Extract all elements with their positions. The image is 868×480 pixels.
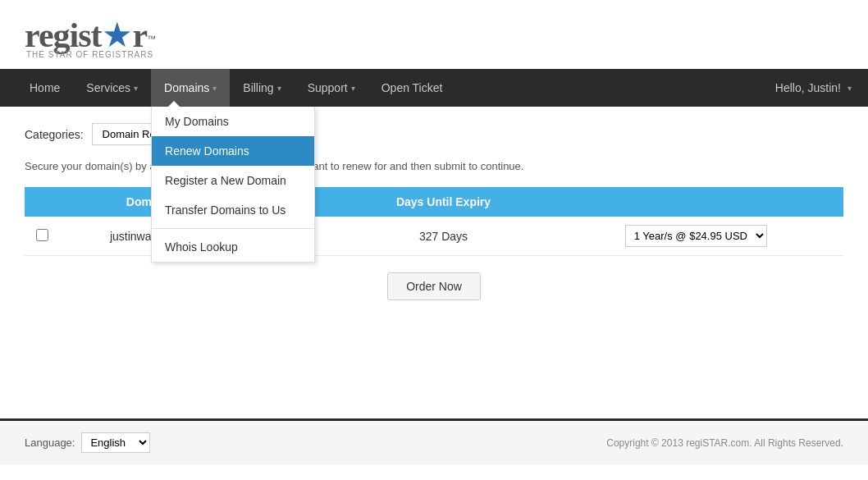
domains-caret-icon: ▾ [212,84,217,93]
nav-support-label: Support [308,81,348,94]
logo-star-icon: ★ [102,16,133,54]
dropdown-arrow [168,101,180,107]
logo[interactable]: regist★r™ [25,15,156,55]
nav-item-open-ticket[interactable]: Open Ticket [368,69,456,107]
nav-item-home[interactable]: Home [16,69,73,107]
info-text: Secure your domain(s) by a choosing how … [25,160,843,172]
table-cell-days: 327 Days [339,217,549,256]
table-header-checkbox [25,187,60,217]
main-content: Categories: Domain Rene Secure your doma… [0,107,868,418]
dropdown-whois-lookup[interactable]: Whois Lookup [152,232,314,262]
categories-label: Categories: [25,128,84,141]
nav-item-services[interactable]: Services ▾ [73,69,151,107]
table-header-renewal [549,187,843,217]
table-row: justinwalker.us Active 327 Days 1 Year/s… [25,217,843,256]
nav-items: Home Services ▾ Domains ▾ My Domains Ren… [16,69,775,107]
domains-dropdown: My Domains Renew Domains Register a New … [151,107,315,263]
footer-copyright: Copyright © 2013 regiSTAR.com. All Right… [606,437,843,449]
table-header-days: Days Until Expiry [339,187,549,217]
nav-home-label: Home [30,81,60,94]
footer-language-label: Language: [25,437,75,449]
user-caret-icon: ▾ [847,84,852,93]
footer-language-select[interactable]: English Español Français Deutsch [81,432,150,453]
dropdown-divider [152,228,314,229]
nav-item-wrapper-domains: Domains ▾ My Domains Renew Domains Regis… [151,69,230,107]
domain-checkbox[interactable] [36,229,48,241]
nav-services-label: Services [86,81,130,94]
domain-table: Domain Status Days Until Expiry justinwa… [25,187,843,256]
categories-row: Categories: Domain Rene [25,123,843,145]
footer: Language: English Español Français Deuts… [0,418,868,464]
renewal-select[interactable]: 1 Year/s @ $24.95 USD [625,225,767,247]
services-caret-icon: ▾ [134,84,138,93]
table-cell-renewal: 1 Year/s @ $24.95 USD [549,217,843,256]
nav-open-ticket-label: Open Ticket [381,81,443,94]
navbar: Home Services ▾ Domains ▾ My Domains Ren… [0,69,868,107]
logo-area: regist★r™ THE STAR OF REGISTRARS [0,0,868,69]
nav-item-support[interactable]: Support ▾ [295,69,368,107]
order-btn-row: Order Now [25,272,843,300]
footer-language-area: Language: English Español Français Deuts… [25,432,150,453]
nav-domains-label: Domains [164,81,209,94]
logo-text-before: regist [25,16,102,54]
order-now-button[interactable]: Order Now [387,272,481,300]
dropdown-transfer-domains[interactable]: Transfer Domains to Us [152,195,314,225]
nav-item-domains[interactable]: Domains ▾ [151,69,230,107]
nav-item-billing[interactable]: Billing ▾ [230,69,294,107]
billing-caret-icon: ▾ [277,84,281,93]
dropdown-register-new-domain[interactable]: Register a New Domain [152,166,314,195]
logo-tm: ™ [147,34,156,43]
user-greeting-area[interactable]: Hello, Justin! ▾ [775,81,852,94]
dropdown-my-domains[interactable]: My Domains [152,107,314,136]
logo-subtitle: THE STAR OF REGISTRARS [26,50,156,59]
user-greeting-text: Hello, Justin! [775,81,841,94]
logo-block: regist★r™ THE STAR OF REGISTRARS [25,15,156,59]
table-header-row: Domain Status Days Until Expiry [25,187,843,217]
logo-text-after: r [133,16,148,54]
nav-billing-label: Billing [243,81,273,94]
dropdown-renew-domains[interactable]: Renew Domains [152,136,314,166]
table-cell-checkbox [25,217,60,256]
support-caret-icon: ▾ [351,84,355,93]
